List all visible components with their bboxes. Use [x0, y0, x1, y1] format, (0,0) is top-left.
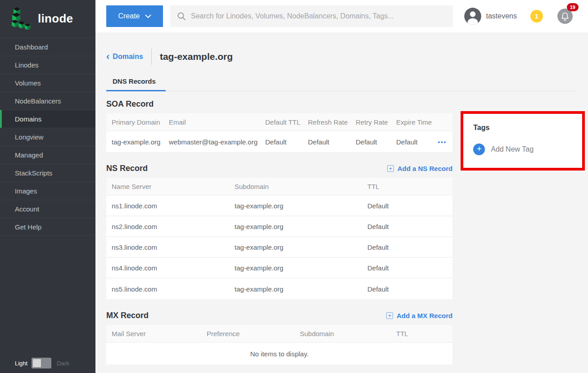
topbar-right: tastevens 1 19: [464, 8, 576, 25]
user-icon: [464, 8, 481, 25]
ns-name-server: ns1.linode.com: [106, 202, 229, 210]
tab-dns-records[interactable]: DNS Records: [106, 75, 166, 91]
ns-table-row: ns4.linode.com tag-example.org Default: [106, 258, 452, 279]
soa-table-header: Primary Domain Email Default TTL Refresh…: [106, 113, 452, 131]
column-header: Subdomain: [294, 330, 391, 337]
ns-subdomain: tag-example.org: [229, 202, 362, 210]
soa-retry-rate: Default: [350, 138, 391, 146]
empty-state-text: No items to display.: [250, 350, 309, 358]
mx-empty-row: No items to display.: [106, 343, 452, 364]
plus-circle-icon: +: [473, 144, 485, 155]
ns-table-header: Name Server Subdomain TTL: [106, 178, 452, 196]
mx-section-title: MX Record: [106, 311, 149, 320]
soa-table: Primary Domain Email Default TTL Refresh…: [106, 113, 452, 152]
row-actions-icon[interactable]: •••: [438, 139, 447, 145]
ns-section-title: NS Record: [106, 164, 148, 173]
search-box[interactable]: [170, 5, 453, 27]
ns-ttl: Default: [362, 264, 452, 272]
events-badge-count: 1: [535, 13, 538, 20]
logo[interactable]: linode: [0, 0, 95, 36]
add-ns-record-button[interactable]: + Add a NS Record: [387, 165, 453, 172]
events-badge[interactable]: 1: [530, 10, 543, 22]
ns-table-row: ns5.linode.com tag-example.org Default: [106, 279, 452, 299]
sidebar: linode Dashboard Linodes Volumes NodeBal…: [0, 0, 95, 373]
brand-name: linode: [38, 12, 73, 26]
search-icon: [177, 12, 186, 21]
ns-subdomain: tag-example.org: [229, 264, 362, 272]
mx-table-header: Mail Server Preference Subdomain TTL: [106, 325, 452, 343]
sidebar-item-domains[interactable]: Domains: [0, 110, 95, 128]
ns-name-server: ns2.linode.com: [106, 223, 229, 230]
ns-record-section: NS Record + Add a NS Record Name Server …: [106, 164, 452, 299]
theme-toggle-switch[interactable]: [32, 358, 51, 369]
column-header: Preference: [201, 330, 294, 337]
add-new-tag-button[interactable]: + Add New Tag: [473, 144, 572, 155]
ns-name-server: ns3.linode.com: [106, 243, 229, 251]
ns-table-row: ns1.linode.com tag-example.org Default: [106, 196, 452, 216]
create-button-label: Create: [118, 12, 140, 20]
mx-table: Mail Server Preference Subdomain TTL No …: [106, 325, 452, 364]
sidebar-item-account[interactable]: Account: [0, 200, 95, 218]
ns-ttl: Default: [362, 243, 452, 251]
content-row: SOA Record Primary Domain Email Default …: [106, 91, 577, 364]
ns-subdomain: tag-example.org: [229, 223, 362, 230]
soa-primary-domain: tag-example.org: [106, 138, 163, 146]
column-header: Email: [163, 118, 260, 126]
column-header: Name Server: [106, 183, 229, 190]
avatar[interactable]: [464, 8, 481, 25]
sidebar-item-nodebalancers[interactable]: NodeBalancers: [0, 92, 95, 110]
ns-subdomain: tag-example.org: [229, 243, 362, 251]
sidebar-item-label: StackScripts: [15, 169, 52, 177]
add-mx-record-button[interactable]: + Add a MX Record: [386, 312, 452, 319]
create-button[interactable]: Create: [106, 5, 163, 27]
tags-panel: Tags + Add New Tag: [463, 114, 582, 168]
sidebar-item-label: Images: [15, 187, 37, 195]
soa-expire-time: Default: [391, 138, 432, 146]
add-mx-record-label: Add a MX Record: [397, 312, 452, 319]
breadcrumb-divider: [151, 49, 152, 65]
sidebar-nav: Dashboard Linodes Volumes NodeBalancers …: [0, 38, 95, 236]
linode-logo-icon: [12, 7, 32, 30]
search-input[interactable]: [191, 12, 446, 20]
tab-bar: DNS Records: [106, 75, 577, 91]
sidebar-item-label: Managed: [15, 151, 43, 159]
mx-record-section: MX Record + Add a MX Record Mail Server …: [106, 311, 452, 364]
sidebar-item-longview[interactable]: Longview: [0, 128, 95, 146]
breadcrumb-back-label: Domains: [113, 53, 143, 61]
sidebar-item-label: Volumes: [15, 79, 41, 87]
tags-column: Tags + Add New Tag: [461, 91, 585, 171]
sidebar-item-label: Domains: [15, 115, 41, 123]
theme-toggle-knob: [33, 359, 41, 367]
sidebar-item-dashboard[interactable]: Dashboard: [0, 38, 95, 56]
ns-ttl: Default: [362, 223, 452, 230]
ns-name-server: ns5.linode.com: [106, 285, 229, 293]
sidebar-item-managed[interactable]: Managed: [0, 146, 95, 164]
topbar: Create tastevens 1: [95, 0, 588, 32]
breadcrumb-back-link[interactable]: ‹ Domains: [106, 53, 143, 61]
sidebar-item-label: NodeBalancers: [15, 97, 61, 105]
page-title: tag-example.org: [160, 51, 233, 62]
column-header: Retry Rate: [350, 118, 391, 126]
column-header: Mail Server: [106, 330, 201, 337]
main-content: ‹ Domains tag-example.org DNS Records SO…: [95, 32, 588, 373]
soa-table-row: tag-example.org webmaster@tag-example.or…: [106, 131, 452, 152]
column-header: Default TTL: [260, 118, 303, 126]
breadcrumb: ‹ Domains tag-example.org: [106, 49, 577, 65]
sidebar-item-images[interactable]: Images: [0, 182, 95, 200]
notifications: 19: [557, 9, 573, 24]
soa-default-ttl: Default: [260, 138, 303, 146]
column-header: TTL: [391, 330, 452, 337]
ns-table: Name Server Subdomain TTL ns1.linode.com…: [106, 178, 452, 299]
sidebar-item-label: Linodes: [15, 61, 39, 69]
ns-name-server: ns4.linode.com: [106, 264, 229, 272]
sidebar-item-volumes[interactable]: Volumes: [0, 74, 95, 92]
username[interactable]: tastevens: [486, 12, 517, 20]
add-new-tag-label: Add New Tag: [491, 145, 534, 153]
chevron-down-icon: [145, 14, 151, 18]
sidebar-item-get-help[interactable]: Get Help: [0, 218, 95, 236]
sidebar-item-linodes[interactable]: Linodes: [0, 56, 95, 74]
column-header: Refresh Rate: [303, 118, 350, 126]
ns-subdomain: tag-example.org: [229, 285, 362, 293]
sidebar-item-label: Get Help: [15, 223, 41, 231]
sidebar-item-stackscripts[interactable]: StackScripts: [0, 164, 95, 182]
